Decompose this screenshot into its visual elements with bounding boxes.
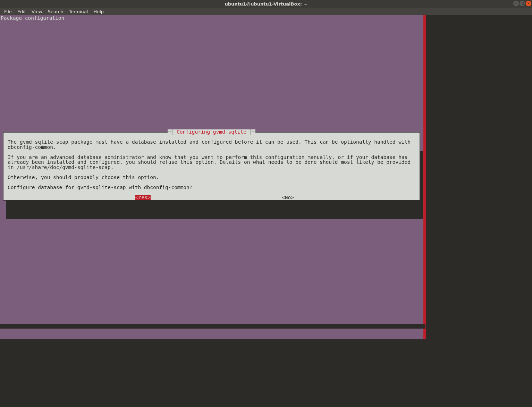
config-dialog: ─┤ Configuring gvmd-sqlite ├─ The gvmd-s… xyxy=(3,132,420,201)
menu-view[interactable]: View xyxy=(29,8,45,15)
window-controls: – □ × xyxy=(513,1,531,6)
terminal-bottom-edge xyxy=(0,324,425,329)
dialog-button-row: <Yes> <No> xyxy=(8,195,415,202)
menu-help[interactable]: Help xyxy=(91,8,107,15)
menubar: File Edit View Search Terminal Help xyxy=(0,8,532,15)
menu-file[interactable]: File xyxy=(1,8,15,15)
terminal-window[interactable]: Package configuration ─┤ Configuring gvm… xyxy=(0,15,532,407)
title-cap-left-icon: ─┤ xyxy=(168,129,177,135)
menu-terminal[interactable]: Terminal xyxy=(66,8,91,15)
dialog-title-row: ─┤ Configuring gvmd-sqlite ├─ xyxy=(3,129,420,135)
dialog-body: The gvmd-sqlite-scap package must have a… xyxy=(3,133,420,204)
dialog-paragraph: If you are an advanced database administ… xyxy=(8,155,415,170)
window-title: ubuntu1@ubuntu1-VirtualBox: ~ xyxy=(0,1,532,7)
title-cap-right-icon: ├─ xyxy=(246,129,255,135)
dialog-title-text: Configuring gvmd-sqlite xyxy=(177,129,246,135)
maximize-button[interactable]: □ xyxy=(520,1,525,6)
yes-button[interactable]: <Yes> xyxy=(135,195,151,200)
no-button[interactable]: <No> xyxy=(282,195,294,200)
terminal-right-edge xyxy=(423,15,426,339)
minimize-button[interactable]: – xyxy=(513,1,519,6)
dialog-paragraph: Otherwise, you should probably choose th… xyxy=(8,175,415,180)
menu-search[interactable]: Search xyxy=(45,8,66,15)
dialog-question: Configure database for gvmd-sqlite-scap … xyxy=(8,185,415,190)
dialog-title: ─┤ Configuring gvmd-sqlite ├─ xyxy=(168,129,255,135)
terminal-content: Package configuration ─┤ Configuring gvm… xyxy=(0,15,425,339)
menu-edit[interactable]: Edit xyxy=(15,8,29,15)
close-button[interactable]: × xyxy=(526,1,531,6)
window-titlebar: ubuntu1@ubuntu1-VirtualBox: ~ – □ × xyxy=(0,0,532,8)
debconf-header: Package configuration xyxy=(0,15,65,21)
dialog-paragraph: The gvmd-sqlite-scap package must have a… xyxy=(8,139,415,150)
